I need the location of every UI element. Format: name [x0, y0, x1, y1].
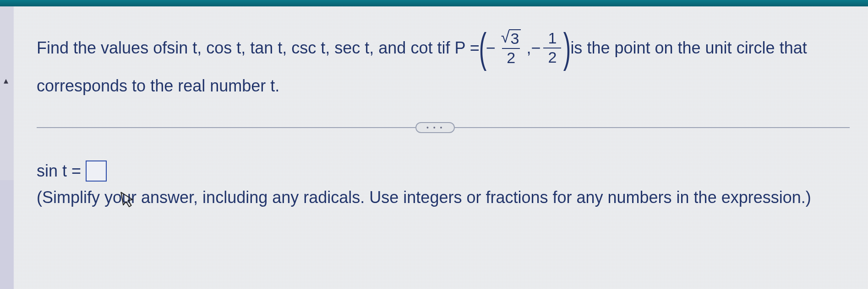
- x-denominator: 2: [502, 48, 520, 66]
- section-divider: • • •: [37, 122, 850, 133]
- expand-hint-button[interactable]: • • •: [415, 122, 455, 133]
- radicand: 3: [509, 29, 521, 47]
- question-line-1: Find the values of sin t, cos t, tan t, …: [37, 29, 850, 66]
- answer-label: sin t =: [37, 161, 81, 181]
- question-panel: Find the values of sin t, cos t, tan t, …: [14, 6, 868, 289]
- answer-input[interactable]: [86, 161, 107, 182]
- x-sign: −: [486, 35, 496, 61]
- answer-row: sin t =: [37, 161, 850, 182]
- right-paren-icon: ): [563, 32, 571, 64]
- x-fraction: √ 3 2: [498, 29, 524, 66]
- answer-instruction: (Simplify your answer, including any rad…: [37, 188, 850, 207]
- question-functions: sin t, cos t, tan t, csc t, sec t, and c…: [167, 35, 442, 61]
- question-text: Find the values of sin t, cos t, tan t, …: [37, 29, 850, 99]
- sqrt-icon: √ 3: [501, 29, 521, 47]
- y-fraction: 1 2: [543, 30, 561, 65]
- question-nav-rail: ▴: [0, 6, 14, 289]
- x-numerator: √ 3: [498, 29, 524, 48]
- left-paren-icon: (: [479, 32, 486, 64]
- y-numerator: 1: [545, 30, 559, 48]
- question-if: if P =: [442, 35, 479, 61]
- window-title-bar: [0, 0, 868, 6]
- question-line-2: corresponds to the real number t.: [37, 73, 850, 99]
- question-tail: is the point on the unit circle that: [570, 35, 807, 61]
- rail-shade: [0, 180, 14, 289]
- question-lead: Find the values of: [37, 35, 167, 61]
- point-comma: ,: [526, 35, 531, 61]
- collapse-caret-icon[interactable]: ▴: [4, 75, 8, 86]
- y-sign: −: [531, 35, 540, 61]
- y-denominator: 2: [543, 48, 561, 66]
- ellipsis-icon: • • •: [426, 124, 443, 131]
